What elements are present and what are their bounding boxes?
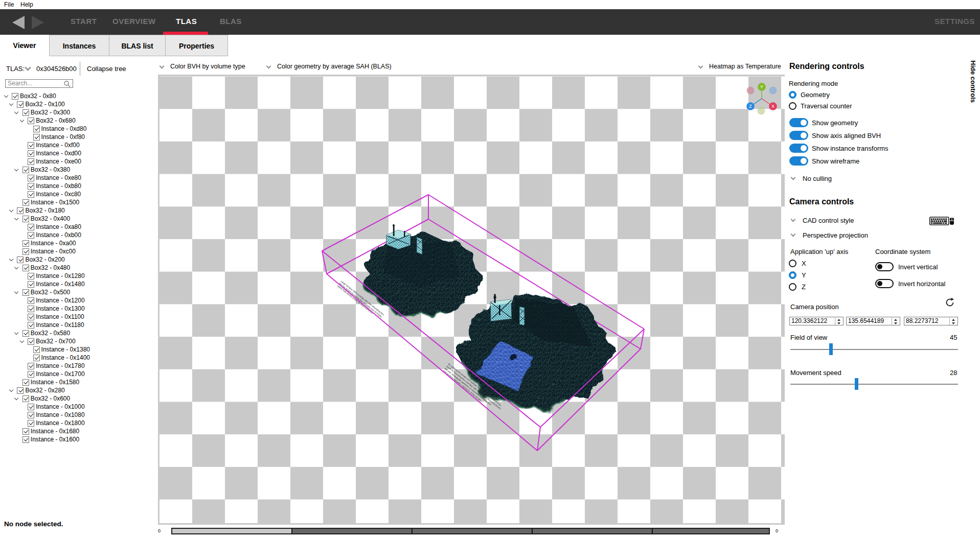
svg-text:X: X xyxy=(771,104,774,109)
svg-text:Y: Y xyxy=(760,84,763,89)
svg-text:Z: Z xyxy=(749,104,752,109)
